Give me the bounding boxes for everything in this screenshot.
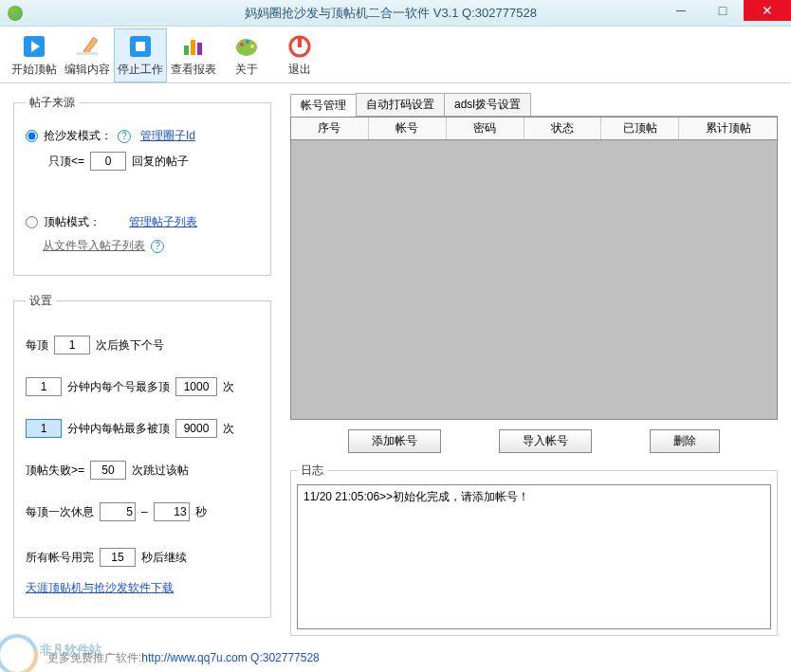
col-total: 累计顶帖 — [679, 118, 777, 139]
pencil-icon — [74, 33, 101, 60]
help-icon[interactable]: ? — [118, 130, 131, 143]
close-button[interactable]: ✕ — [744, 0, 791, 21]
log-legend: 日志 — [297, 463, 327, 479]
per-min-b-input[interactable] — [175, 377, 217, 396]
toolbar: 开始顶帖 编辑内容 停止工作 查看报表 关于 退出 — [0, 27, 791, 83]
svg-rect-2 — [83, 37, 97, 54]
grid-body[interactable] — [291, 140, 777, 419]
tab-adsl[interactable]: adsl拨号设置 — [444, 93, 531, 116]
svg-point-11 — [246, 40, 249, 44]
report-button[interactable]: 查看报表 — [167, 28, 220, 82]
edit-button[interactable]: 编辑内容 — [61, 28, 114, 82]
download-link[interactable]: 天涯顶贴机与抢沙发软件下载 — [26, 580, 174, 596]
source-group: 帖子来源 抢沙发模式： ? 管理圈子Id 只顶<= 回复的帖子 顶帖模式： 管理… — [13, 95, 271, 276]
play-icon — [21, 33, 47, 60]
col-topped: 已顶帖 — [601, 118, 679, 139]
maximize-button[interactable]: □ — [702, 0, 744, 21]
minimize-button[interactable]: ─ — [660, 0, 702, 21]
per-top-input[interactable] — [54, 336, 90, 354]
svg-rect-6 — [184, 45, 189, 55]
rest-b-input[interactable] — [154, 502, 190, 521]
log-group: 日志 11/20 21:05:06>>初始化完成，请添加帐号！ — [290, 463, 778, 636]
footer: 更多免费推广软件: http://www.qq7u.com Q:30277752… — [0, 644, 791, 672]
tabs: 帐号管理 自动打码设置 adsl拨号设置 — [290, 93, 778, 117]
svg-rect-7 — [191, 40, 195, 55]
svg-rect-14 — [298, 36, 302, 47]
svg-rect-5 — [136, 42, 145, 51]
rest-a-input[interactable] — [100, 502, 136, 521]
about-button[interactable]: 关于 — [220, 28, 273, 82]
log-line: 11/20 21:05:06>>初始化完成，请添加帐号！ — [304, 489, 764, 505]
svg-point-12 — [250, 45, 254, 48]
footer-link[interactable]: http://www.qq7u.com Q:302777528 — [141, 651, 319, 664]
manage-posts-link[interactable]: 管理帖子列表 — [129, 214, 197, 230]
manage-circle-link[interactable]: 管理圈子Id — [140, 128, 195, 144]
tab-captcha[interactable]: 自动打码设置 — [356, 93, 445, 116]
help-icon[interactable]: ? — [151, 240, 164, 253]
palette-icon — [233, 33, 260, 60]
svg-rect-3 — [77, 52, 98, 55]
svg-rect-8 — [197, 43, 202, 55]
per-post-b-input[interactable] — [175, 419, 217, 438]
col-account: 帐号 — [369, 118, 447, 139]
delete-button[interactable]: 删除 — [650, 429, 720, 453]
tab-account[interactable]: 帐号管理 — [290, 94, 357, 117]
import-file-link[interactable]: 从文件导入帖子列表 — [43, 238, 145, 254]
import-account-button[interactable]: 导入帐号 — [499, 429, 592, 453]
top-mode-radio[interactable] — [26, 216, 38, 228]
settings-legend: 设置 — [26, 293, 56, 309]
per-min-a-input[interactable] — [26, 377, 62, 396]
top-mode-label: 顶帖模式： — [44, 214, 101, 230]
add-account-button[interactable]: 添加帐号 — [348, 429, 441, 453]
source-legend: 帖子来源 — [26, 95, 79, 111]
exit-button[interactable]: 退出 — [273, 28, 326, 82]
power-icon — [286, 33, 313, 60]
per-post-a-input[interactable] — [26, 419, 62, 438]
stop-button[interactable]: 停止工作 — [114, 28, 167, 82]
sofa-mode-label: 抢沙发模式： — [44, 128, 112, 144]
stop-icon — [127, 33, 154, 60]
col-status: 状态 — [524, 118, 602, 139]
sofa-mode-radio[interactable] — [26, 130, 38, 142]
grid-header: 序号 帐号 密码 状态 已顶帖 累计顶帖 — [291, 118, 777, 140]
settings-group: 设置 每顶 次后换下个号 分钟内每个号最多顶 次 分钟内每帖最多被顶 次 — [13, 293, 271, 618]
only-top-suffix: 回复的帖子 — [132, 154, 189, 170]
chart-icon — [180, 33, 207, 60]
col-index: 序号 — [291, 118, 369, 139]
all-input[interactable] — [100, 548, 136, 567]
account-grid[interactable]: 序号 帐号 密码 状态 已顶帖 累计顶帖 — [290, 117, 778, 420]
log-box[interactable]: 11/20 21:05:06>>初始化完成，请添加帐号！ — [297, 484, 771, 629]
only-top-input[interactable] — [90, 152, 126, 171]
only-top-prefix: 只顶<= — [48, 154, 84, 170]
svg-point-10 — [240, 43, 244, 46]
fail-input[interactable] — [90, 461, 126, 480]
col-password: 密码 — [447, 118, 524, 139]
title-bar: 妈妈圈抢沙发与顶帖机二合一软件 V3.1 Q:302777528 ─ □ ✕ — [0, 0, 791, 27]
start-button[interactable]: 开始顶帖 — [8, 28, 61, 82]
